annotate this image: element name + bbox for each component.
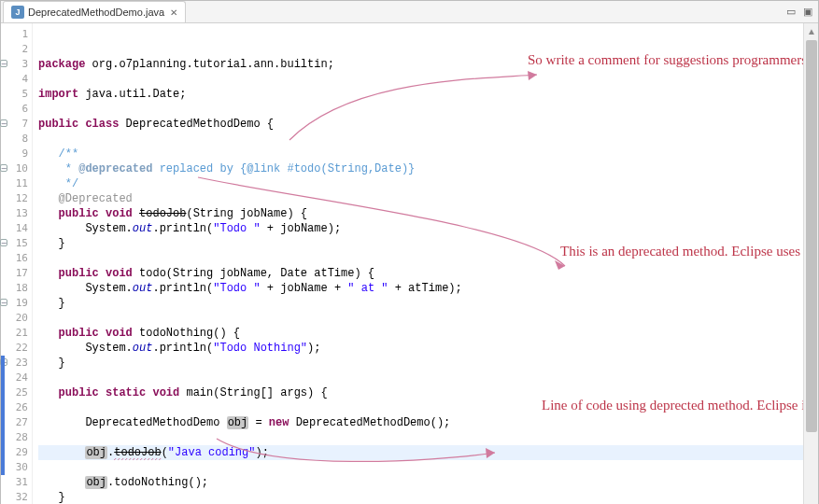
line-number: 6 — [1, 102, 28, 117]
editor-tab[interactable]: J DeprecatedMethodDemo.java ✕ — [3, 1, 186, 22]
code-line[interactable] — [38, 251, 803, 266]
fold-toggle-icon[interactable] — [0, 239, 7, 246]
tabbar-actions: ▭ ▣ — [786, 6, 812, 18]
code-line[interactable]: DeprecatedMethodDemo obj = new Deprecate… — [38, 415, 803, 430]
line-number: 5 — [1, 87, 28, 102]
line-number: 8 — [1, 132, 28, 147]
code-line[interactable]: public void todoNothing() { — [38, 326, 803, 341]
fold-toggle-icon[interactable] — [0, 164, 7, 172]
line-number: 30 — [1, 460, 28, 475]
change-marker — [1, 415, 5, 430]
line-number: 25 — [1, 385, 28, 400]
line-number: 9 — [1, 147, 28, 161]
code-line[interactable]: public void todoJob(String jobName) { — [38, 206, 803, 221]
code-line[interactable]: /** — [38, 147, 803, 161]
change-marker — [1, 430, 5, 445]
line-number: 3 — [1, 57, 28, 72]
line-number: 32 — [1, 490, 28, 504]
code-line[interactable] — [38, 460, 803, 475]
line-number: 26 — [1, 400, 28, 415]
vertical-scrollbar[interactable]: ▲ ▼ — [803, 23, 818, 504]
code-line[interactable]: System.out.println("Todo Nothing"); — [38, 341, 803, 356]
maximize-icon[interactable]: ▣ — [803, 6, 812, 18]
code-line[interactable] — [38, 400, 803, 415]
tab-title: DeprecatedMethodDemo.java — [28, 7, 164, 18]
code-line[interactable]: public static void main(String[] args) { — [38, 385, 803, 400]
code-line[interactable]: System.out.println("Todo " + jobName); — [38, 221, 803, 236]
code-line[interactable]: } — [38, 296, 803, 311]
line-number: 11 — [1, 176, 28, 191]
scroll-up-icon[interactable]: ▲ — [804, 23, 819, 38]
code-line[interactable] — [38, 102, 803, 117]
code-line[interactable]: System.out.println("Todo " + jobName + "… — [38, 281, 803, 296]
line-number: 19 — [1, 296, 28, 311]
line-number: 2 — [1, 42, 28, 57]
code-line[interactable]: import java.util.Date; — [38, 87, 803, 102]
code-line[interactable]: obj.todoJob("Java coding"); — [38, 445, 803, 460]
line-number: 14 — [1, 221, 28, 236]
line-number: 23 — [1, 356, 28, 371]
line-number: 15 — [1, 236, 28, 251]
line-number: 16 — [1, 251, 28, 266]
code-line[interactable] — [38, 132, 803, 147]
line-number: 17 — [1, 266, 28, 281]
change-marker — [1, 400, 5, 415]
code-line[interactable] — [38, 311, 803, 326]
code-line[interactable]: } — [38, 490, 803, 504]
change-marker — [1, 385, 5, 400]
code-line[interactable]: } — [38, 236, 803, 251]
fold-toggle-icon[interactable] — [0, 60, 7, 67]
code-line[interactable]: @Deprecated — [38, 191, 803, 206]
line-number: 20 — [1, 311, 28, 326]
code-line[interactable]: * @deprecated replaced by {@link #todo(S… — [38, 161, 803, 176]
editor-window: J DeprecatedMethodDemo.java ✕ ▭ ▣ 123456… — [0, 0, 819, 504]
line-number: 12 — [1, 191, 28, 206]
code-line[interactable]: public void todo(String jobName, Date at… — [38, 266, 803, 281]
code-line[interactable]: */ — [38, 176, 803, 191]
code-area[interactable]: package org.o7planning.tutorial.ann.buil… — [33, 23, 803, 504]
line-number: 22 — [1, 341, 28, 356]
code-line[interactable]: public class DeprecatedMethodDemo { — [38, 117, 803, 132]
code-line[interactable] — [38, 430, 803, 445]
line-number: 4 — [1, 72, 28, 87]
line-number-gutter: 1234567891011121314151617181920212223242… — [1, 23, 33, 504]
scroll-thumb[interactable] — [806, 40, 817, 432]
line-number: 1 — [1, 27, 28, 42]
change-marker — [1, 356, 5, 371]
fold-toggle-icon[interactable] — [0, 119, 7, 127]
code-line[interactable] — [38, 371, 803, 385]
fold-toggle-icon[interactable] — [0, 299, 7, 306]
line-number: 27 — [1, 415, 28, 430]
tab-bar: J DeprecatedMethodDemo.java ✕ ▭ ▣ — [1, 1, 818, 23]
code-line[interactable]: } — [38, 356, 803, 371]
change-marker — [1, 460, 5, 475]
line-number: 29 — [1, 445, 28, 460]
code-line[interactable] — [38, 72, 803, 87]
minimize-icon[interactable]: ▭ — [786, 6, 796, 18]
close-icon[interactable]: ✕ — [170, 7, 177, 18]
code-line[interactable]: package org.o7planning.tutorial.ann.buil… — [38, 57, 803, 72]
line-number: 31 — [1, 475, 28, 490]
line-number: 24 — [1, 371, 28, 385]
java-file-icon: J — [11, 6, 24, 19]
line-number: 28 — [1, 430, 28, 445]
change-marker — [1, 371, 5, 385]
code-line[interactable]: obj.todoNothing(); — [38, 475, 803, 490]
change-marker — [1, 445, 5, 460]
line-number: 10 — [1, 161, 28, 176]
line-number: 18 — [1, 281, 28, 296]
line-number: 13 — [1, 206, 28, 221]
line-number: 7 — [1, 117, 28, 132]
line-number: 21 — [1, 326, 28, 341]
